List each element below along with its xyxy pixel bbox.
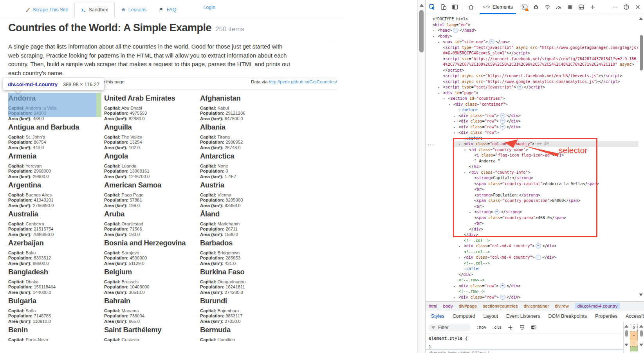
dom-node[interactable]: ▾<div class="container"> [426, 102, 639, 108]
rendering-emulation-icon[interactable] [519, 324, 525, 331]
home-icon[interactable] [467, 4, 474, 11]
styles-filter-input[interactable]: Filter [428, 324, 471, 331]
panel-layout-icon[interactable] [451, 4, 458, 11]
login-link[interactable]: Login [203, 5, 215, 10]
expand-inline-icon[interactable]: ⋯ [536, 255, 541, 260]
dom-node[interactable]: ::before [426, 136, 639, 142]
element-style-rule[interactable]: element.style { [429, 336, 467, 341]
breadcrumb-div-row[interactable]: div.row [555, 304, 569, 308]
dom-node[interactable]: ▸<div class="row">⋯</div> [426, 119, 639, 124]
expand-arrow-icon[interactable]: ▸ [454, 295, 459, 301]
dom-scrollbar-thumb[interactable] [640, 35, 643, 70]
dom-node[interactable]: d=G-09N5RQCFG4&cx=c&_slc=1"></script> [426, 50, 639, 56]
dom-node[interactable]: ▸<div class="col-md-4 country">⋯</div> [426, 243, 639, 249]
dom-node[interactable]: <strong>Capital:</strong> [426, 175, 639, 181]
dom-node[interactable]: ▾<body> [426, 34, 639, 40]
expand-arrow-icon[interactable]: ▸ [433, 28, 438, 34]
tab-event-listeners[interactable]: Event Listeners [506, 313, 540, 319]
dom-node[interactable]: <br> [426, 204, 639, 210]
breadcrumb-body[interactable]: body [443, 304, 453, 308]
tab-layout[interactable]: Layout [483, 313, 498, 319]
add-tools-icon[interactable] [589, 4, 596, 11]
dom-node[interactable]: ▸<div class="row">⋯</div> [426, 113, 639, 119]
tab-styles[interactable]: Styles [431, 313, 444, 319]
expand-inline-icon[interactable]: ⋯ [500, 113, 505, 118]
expand-arrow-icon[interactable]: ▾ [448, 102, 453, 108]
tab-dom-breakpoints[interactable]: DOM Breakpoints [548, 313, 587, 319]
computed-sidebar-toggle-icon[interactable] [530, 324, 537, 331]
scrollbar-thumb[interactable] [640, 330, 643, 337]
expand-inline-icon[interactable]: ⋯ [500, 295, 505, 300]
dom-node[interactable]: <script async src="https://www.google-an… [426, 79, 639, 85]
page-scrollbar[interactable] [417, 0, 425, 353]
dom-node[interactable]: ▸<div class="col-md-4 country">⋯</div> [426, 255, 639, 261]
dom-node[interactable]: <span class="country-population">84000</… [426, 198, 639, 204]
network-icon[interactable] [544, 4, 551, 11]
tab-accessibility[interactable]: Accessibility [626, 313, 644, 319]
expand-inline-icon[interactable]: ⋯ [500, 119, 505, 124]
breadcrumb-section-countries[interactable]: section#countries [483, 304, 518, 308]
dom-node[interactable]: ▾<section id="countries"> [426, 96, 639, 102]
sidebar-scrollbar[interactable] [639, 323, 644, 353]
dom-node[interactable]: <!--.col--> [426, 261, 639, 267]
expand-arrow-icon[interactable]: ▸ [454, 125, 459, 130]
dom-node[interactable]: <!--.row--> [426, 289, 639, 295]
dom-node[interactable]: <script async src="https://connect.faceb… [426, 73, 639, 79]
expand-arrow-icon[interactable]: ▸ [459, 255, 464, 261]
dom-node[interactable]: <span class="country-area">468.0</span> [426, 215, 639, 221]
toggle-hover-state-button[interactable]: :hov [476, 325, 486, 330]
expand-arrow-icon[interactable]: ▾ [464, 148, 469, 153]
dom-node[interactable]: ::before [426, 107, 639, 113]
dom-node[interactable]: <script src="https://connect.facebook.ne… [426, 56, 639, 62]
close-icon[interactable] [634, 4, 641, 11]
dom-node[interactable]: <span class="country-capital">Andorra la… [426, 181, 639, 187]
scrollbar-up-arrow-icon[interactable] [639, 325, 643, 328]
dom-node[interactable]: ▸<script type="text/javascript">⋯</scrip… [426, 85, 639, 90]
scrollbar-thumb[interactable] [419, 10, 424, 52]
help-icon[interactable] [623, 4, 630, 11]
dom-node[interactable]: ▸<head>⋯</head> [426, 28, 639, 34]
dom-node[interactable]: ▾<div class="row"> [426, 130, 639, 136]
toggle-class-button[interactable]: .cls [492, 325, 501, 330]
dom-node[interactable]: ▾<div id="page"> [426, 90, 639, 96]
expand-inline-icon[interactable]: ⋯ [489, 39, 494, 44]
dom-node[interactable]: ▸<nav id="site-nav">⋯</nav> [426, 39, 639, 45]
console-icon[interactable] [521, 4, 528, 11]
new-style-rule-button[interactable] [507, 324, 513, 331]
expand-inline-icon[interactable]: ⋯ [536, 243, 541, 249]
data-source-link[interactable]: http://peric.github.io/GetCountries/ [269, 79, 337, 84]
scrollbar-down-arrow-icon[interactable] [639, 344, 643, 346]
expand-inline-icon[interactable]: ⋯ [500, 124, 505, 130]
expand-arrow-icon[interactable]: ▾ [438, 91, 443, 96]
memory-icon[interactable] [566, 4, 574, 11]
expand-inline-icon[interactable]: ⋯ [494, 209, 500, 214]
dom-node[interactable]: </div> [426, 227, 639, 232]
nav-item-lessons[interactable]: Lessons [115, 2, 153, 17]
dom-scrollbar-down-icon[interactable] [639, 294, 643, 296]
expand-arrow-icon[interactable]: ▾ [454, 130, 459, 136]
expand-inline-icon[interactable]: ⋯ [517, 85, 523, 90]
dom-node[interactable]: " Andorra " [426, 158, 639, 164]
issues-icon[interactable] [532, 4, 539, 11]
dom-scrollbar-up-icon[interactable] [639, 17, 643, 20]
dom-node[interactable]: <!DOCTYPE html> [426, 16, 639, 22]
more-options-icon[interactable] [612, 4, 619, 11]
expand-arrow-icon[interactable]: ▾ [433, 34, 438, 40]
expand-arrow-icon[interactable]: ▸ [469, 210, 474, 215]
dom-node[interactable]: ::after [426, 266, 639, 272]
dom-node[interactable]: ▸<div class="row">⋯</div> [426, 295, 639, 301]
expand-arrow-icon[interactable]: ▸ [438, 40, 443, 45]
dom-node[interactable]: <br> [426, 221, 639, 227]
expand-inline-icon[interactable]: ⋯ [500, 283, 505, 288]
dom-node[interactable]: <html lang="en"> [426, 22, 639, 28]
dom-node[interactable]: <!--.row--> [426, 277, 639, 283]
device-emulation-icon[interactable] [440, 4, 447, 11]
dom-node[interactable]: ▸<div class="row">⋯</div> [426, 124, 639, 130]
breadcrumb-div-col-md-4-country[interactable]: div.col-md-4.country [575, 303, 621, 309]
application-icon[interactable] [578, 4, 585, 11]
breadcrumb-div-page[interactable]: div#page [459, 304, 477, 308]
tab-elements[interactable]: </>Elements [479, 0, 517, 14]
inspect-icon[interactable] [429, 4, 436, 11]
breadcrumb-html[interactable]: html [429, 304, 437, 308]
expand-arrow-icon[interactable]: ▸ [454, 119, 459, 124]
